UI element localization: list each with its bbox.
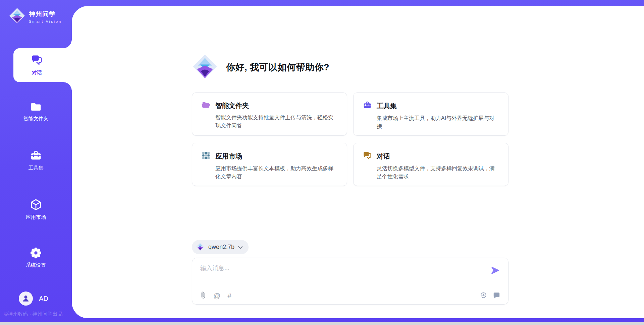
window-bottom-edge	[0, 322, 644, 325]
main-content: 你好, 我可以如何帮助你? 智能文件夹 智能文件夹功能支持批量文件上传与清洗，轻…	[72, 6, 644, 318]
chat-icon	[363, 151, 372, 161]
sidebar-item-toolset[interactable]: 工具集	[0, 150, 72, 171]
greeting-title: 你好, 我可以如何帮助你?	[226, 61, 329, 73]
sidebar-item-app-market[interactable]: 应用市场	[0, 198, 72, 220]
sidebar-item-chat[interactable]: 对话	[13, 48, 72, 82]
chevron-down-icon	[238, 244, 243, 250]
avatar	[19, 291, 33, 306]
sidebar-item-smart-folder[interactable]: 智能文件夹	[0, 101, 72, 122]
sidebar-item-settings[interactable]: 系统设置	[0, 247, 72, 268]
briefcase-icon	[30, 150, 42, 162]
card-description: 应用市场提供丰富长文本模板，助力高效生成多样化文章内容	[215, 165, 337, 181]
chat-bubble-icon	[493, 291, 500, 300]
greeting-block: 你好, 我可以如何帮助你?	[192, 54, 329, 81]
sidebar-item-label: 工具集	[29, 165, 44, 171]
gear-icon	[30, 247, 42, 259]
brand-text: 神州问学 Smart Vision	[29, 10, 62, 23]
at-sign-icon: @	[213, 292, 220, 299]
composer-divider	[192, 288, 508, 288]
model-selector[interactable]: qwen2:7b	[192, 240, 249, 254]
hash-icon: #	[227, 292, 231, 299]
card-title: 智能文件夹	[215, 101, 249, 110]
model-name: qwen2:7b	[208, 244, 234, 251]
send-button[interactable]	[491, 266, 499, 275]
folder-icon	[30, 101, 42, 113]
grid-icon	[202, 151, 210, 161]
card-description: 集成市场上主流工具，助力AI与外界无缝扩展与对接	[377, 114, 499, 130]
new-chat-button[interactable]	[493, 291, 500, 300]
card-title: 应用市场	[215, 152, 242, 161]
user-initials: AD	[39, 295, 48, 303]
brand-logo: 神州问学 Smart Vision	[9, 7, 62, 25]
feature-card-chat[interactable]: 对话 灵活切换多模型文件，支持多样回复效果调试，满足个性化需求	[353, 143, 508, 186]
feature-card-toolset[interactable]: 工具集 集成市场上主流工具，助力AI与外界无缝扩展与对接	[353, 92, 508, 136]
feature-card-smart-folder[interactable]: 智能文件夹 智能文件夹功能支持批量文件上传与清洗，轻松实现文件问答	[192, 92, 347, 136]
cube-icon	[30, 198, 42, 211]
sidebar-item-label: 智能文件夹	[23, 116, 49, 122]
assistant-gem-icon	[192, 54, 218, 81]
message-input[interactable]	[200, 264, 482, 285]
sidebar: 神州问学 Smart Vision 对话 智能文件夹	[0, 0, 72, 325]
app-window: 神州问学 Smart Vision 对话 智能文件夹	[0, 0, 644, 325]
history-button[interactable]	[480, 291, 487, 300]
sidebar-item-label: 系统设置	[26, 262, 46, 268]
chat-icon	[31, 54, 43, 67]
message-composer: @ #	[192, 258, 508, 305]
card-description: 智能文件夹功能支持批量文件上传与清洗，轻松实现文件问答	[215, 114, 337, 130]
history-icon	[480, 291, 487, 300]
sidebar-item-label: 应用市场	[26, 214, 46, 220]
card-title: 对话	[377, 152, 390, 161]
brand-gem-icon	[9, 7, 25, 25]
brand-subtitle: Smart Vision	[29, 19, 62, 23]
brand-name: 神州问学	[29, 10, 62, 18]
sidebar-item-label: 对话	[32, 70, 42, 76]
briefcase-icon	[363, 101, 372, 111]
feature-card-app-market[interactable]: 应用市场 应用市场提供丰富长文本模板，助力高效生成多样化文章内容	[192, 143, 347, 186]
card-title: 工具集	[377, 102, 397, 111]
model-gem-icon	[196, 242, 205, 252]
folder-open-icon	[202, 101, 210, 110]
mention-button[interactable]: @	[213, 292, 220, 299]
user-profile[interactable]: AD	[19, 291, 48, 306]
paperclip-icon	[200, 291, 206, 300]
attach-file-button[interactable]	[200, 291, 206, 300]
copyright-text: ©神州数码 · 神州问学出品	[4, 311, 62, 317]
topic-button[interactable]: #	[227, 292, 231, 299]
card-description: 灵活切换多模型文件，支持多样回复效果调试，满足个性化需求	[377, 165, 499, 181]
